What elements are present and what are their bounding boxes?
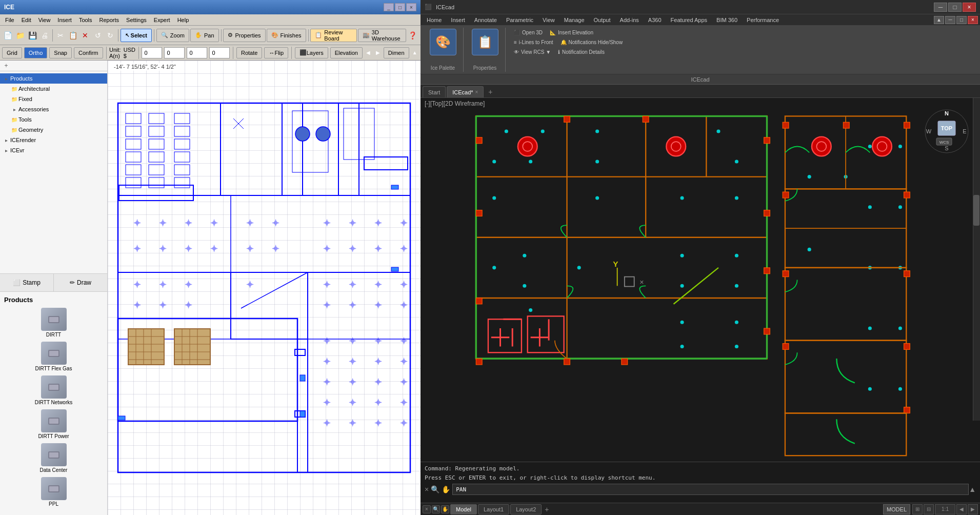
doc-tab-icecad[interactable]: ICEcad* × xyxy=(447,86,484,97)
pan-button[interactable]: ✋ Pan xyxy=(190,29,219,42)
confirm-toggle[interactable]: Confirm xyxy=(74,47,103,58)
arrow-left-btn[interactable]: ◀ xyxy=(365,46,372,60)
product-ppl[interactable]: PPL xyxy=(4,477,103,507)
viewport-btn-1[interactable]: ⊞ xyxy=(912,504,923,514)
menu-view[interactable]: View xyxy=(35,16,54,24)
notification-details-button[interactable]: ℹ Notification Details xyxy=(555,48,608,56)
tree-item-fixed[interactable]: 📁 Fixed xyxy=(0,94,107,104)
cut-button[interactable]: ✂ xyxy=(55,29,66,42)
warehouse-button[interactable]: 🏬 3D Warehouse xyxy=(358,29,406,42)
print-button[interactable]: 🖨 xyxy=(39,29,50,42)
minimize-button[interactable]: _ xyxy=(384,3,394,11)
redo-button[interactable]: ↻ xyxy=(105,29,116,42)
scrollbar[interactable] xyxy=(973,98,980,421)
notifications-button[interactable]: 🔔 Notifications Hide/Show xyxy=(557,38,626,46)
maximize-button[interactable]: □ xyxy=(395,3,405,11)
coord-y-input[interactable] xyxy=(164,47,185,58)
tree-item-geometry[interactable]: 📁 Geometry xyxy=(0,125,107,135)
ribbon-maximize-button[interactable]: □ xyxy=(956,16,967,24)
autocad-close-button[interactable]: × xyxy=(963,3,976,12)
menu-expert[interactable]: Expert xyxy=(151,16,173,24)
layout-close-button[interactable]: × xyxy=(423,505,431,513)
finishes-button[interactable]: 🎨 Finishes xyxy=(267,29,306,42)
acad-menu-featured-apps[interactable]: Featured Apps xyxy=(667,16,712,24)
i-lines-to-front-button[interactable]: ≡ i-Lines to Front xyxy=(511,38,556,46)
cmd-close-btn[interactable]: × xyxy=(425,485,429,493)
layout-search-button[interactable]: 🔍 xyxy=(432,505,440,513)
cmd-expand-btn[interactable]: ▲ xyxy=(969,485,976,493)
view-rcs-button[interactable]: 👁 View RCS ▼ xyxy=(511,48,554,56)
properties-ribbon-button[interactable]: 📋 xyxy=(472,29,498,55)
add-layout-button[interactable]: + xyxy=(543,505,551,513)
new-doc-button[interactable]: + xyxy=(485,86,496,97)
arrow-right-btn[interactable]: ▶ xyxy=(374,46,381,60)
dimen-button[interactable]: Dimen xyxy=(384,47,409,58)
insert-elevation-button[interactable]: 📐 Insert Elevation xyxy=(547,29,596,36)
acad-menu-performance[interactable]: Performance xyxy=(743,16,783,24)
layers-button[interactable]: ⬛ Layers xyxy=(295,47,328,58)
ice-palette-button[interactable]: 🎨 xyxy=(430,29,456,55)
menu-help[interactable]: Help xyxy=(174,16,192,24)
ribbon-close-button[interactable]: × xyxy=(968,16,978,24)
cmd-pan-icon[interactable]: ✋ xyxy=(442,485,450,493)
scrollbar-thumb[interactable] xyxy=(973,195,979,226)
help-toolbar-button[interactable]: ❓ xyxy=(407,29,418,42)
new-button[interactable]: 📄 xyxy=(2,29,13,42)
autocad-maximize-button[interactable]: □ xyxy=(948,3,962,12)
acad-menu-insert[interactable]: Insert xyxy=(447,16,469,24)
product-dirtt-power[interactable]: DIRTT Power xyxy=(4,409,103,439)
viewport-zoom[interactable]: 1:1 xyxy=(935,504,955,514)
menu-edit[interactable]: Edit xyxy=(18,16,34,24)
tree-item-architectural[interactable]: 📁 Architectural xyxy=(0,84,107,94)
menu-settings[interactable]: Settings xyxy=(123,16,150,24)
flip-button[interactable]: ↔ Flip xyxy=(264,47,288,58)
cmd-search-btn[interactable]: 🔍 xyxy=(431,485,439,493)
tree-item-icerender[interactable]: ▸ ICErender xyxy=(0,135,107,145)
drawing-area[interactable]: -14'- 7 15/16", 52'- 4 1/2" xyxy=(108,61,421,515)
undo-button[interactable]: ↺ xyxy=(92,29,104,42)
acad-menu-parametric[interactable]: Parametric xyxy=(502,16,537,24)
product-dirtt-flex-gas[interactable]: DIRTT Flex Gas xyxy=(4,342,103,371)
autocad-minimize-button[interactable]: ─ xyxy=(934,3,947,12)
layout-tab-model[interactable]: Model xyxy=(450,504,477,514)
ortho-toggle[interactable]: Ortho xyxy=(24,47,48,58)
menu-insert[interactable]: Insert xyxy=(54,16,75,24)
tree-item-products[interactable]: ▸ Products xyxy=(0,73,107,84)
rotate-button[interactable]: Rotate xyxy=(236,47,262,58)
ribbon-minimize-button[interactable]: ─ xyxy=(945,16,955,24)
coord-z-input[interactable] xyxy=(187,47,207,58)
command-input[interactable] xyxy=(452,484,969,495)
expand-button[interactable]: ▲ xyxy=(411,46,418,60)
product-data-center[interactable]: Data Center xyxy=(4,443,103,473)
acad-menu-a360[interactable]: A360 xyxy=(644,16,666,24)
doc-tab-icecad-close[interactable]: × xyxy=(475,89,478,95)
select-button[interactable]: ↖ Select xyxy=(121,29,152,42)
delete-button[interactable]: ✕ xyxy=(79,29,91,42)
ribbon-collapse-button[interactable]: ▲ xyxy=(934,16,944,24)
layout-pan-button[interactable]: ✋ xyxy=(441,505,449,513)
tree-item-icevr[interactable]: ▸ ICEvr xyxy=(0,145,107,155)
coord-x-input[interactable] xyxy=(142,47,162,58)
product-dirtt-networks[interactable]: DIRTT Networks xyxy=(4,375,103,405)
copy-button[interactable]: 📋 xyxy=(67,29,78,42)
review-board-button[interactable]: 📋 Review Board xyxy=(310,29,356,42)
zoom-button[interactable]: 🔍 Zoom xyxy=(156,29,189,42)
save-button[interactable]: 💾 xyxy=(27,29,38,42)
tree-item-accessories[interactable]: ▸ Accessories xyxy=(0,104,107,114)
properties-button[interactable]: ⚙ Properties xyxy=(223,29,265,42)
acad-viewport[interactable]: [-][Top][2D Wireframe] N S W E TOP WCS xyxy=(421,98,980,462)
angle-input[interactable] xyxy=(209,47,230,58)
layout-tab-layout2[interactable]: Layout2 xyxy=(510,504,542,514)
expand-tree-button[interactable]: + xyxy=(2,62,10,70)
acad-menu-addins[interactable]: Add-ins xyxy=(616,16,643,24)
menu-reports[interactable]: Reports xyxy=(96,16,123,24)
close-button[interactable]: × xyxy=(406,3,416,11)
viewport-btn-4[interactable]: ▶ xyxy=(968,504,978,514)
acad-menu-manage[interactable]: Manage xyxy=(560,16,589,24)
stamp-button[interactable]: ⬜ Stamp xyxy=(0,274,54,291)
snap-toggle[interactable]: Snap xyxy=(49,47,72,58)
draw-button[interactable]: ✏ Draw xyxy=(54,274,107,291)
grid-toggle[interactable]: Grid xyxy=(2,47,22,58)
tree-item-tools[interactable]: 📁 Tools xyxy=(0,114,107,125)
product-dirtt[interactable]: DIRTT xyxy=(4,308,103,338)
